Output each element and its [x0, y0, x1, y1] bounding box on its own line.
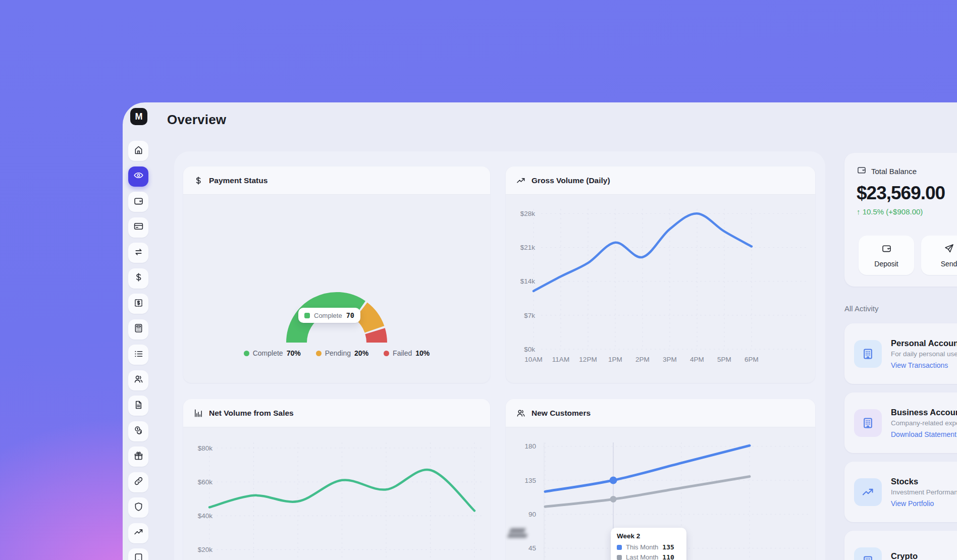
- activity-link[interactable]: Download Statement: [891, 430, 957, 438]
- credit-card-icon: [133, 221, 144, 234]
- all-activity-label: All Activity: [844, 304, 879, 313]
- sidebar-item-calculator[interactable]: [128, 319, 148, 340]
- coins-icon: [133, 425, 144, 437]
- activity-card-stocks[interactable]: Stocks Investment Performance View Portf…: [844, 462, 957, 522]
- payment-status-legend: Complete 70% Pending 20% Failed 10%: [183, 349, 490, 357]
- customers-tooltip-title: Week 2: [617, 532, 680, 540]
- new-customers-card: New Customers 1801359045 Week 2 This Mon…: [506, 399, 815, 560]
- wallet-icon: [881, 243, 892, 256]
- page-title: Overview: [167, 112, 226, 128]
- activity-card-business-account[interactable]: Business Account Company-related expense…: [844, 393, 957, 453]
- activity-subtitle: Investment Performance: [891, 488, 957, 496]
- payment-status-header: Payment Status: [183, 166, 490, 195]
- dollar-icon: [133, 272, 144, 285]
- sidebar-item-users[interactable]: [128, 370, 148, 390]
- sidebar-item-coins[interactable]: [128, 421, 148, 441]
- dashboard-screen: M Overview Payment Status Complete 70% P…: [0, 0, 957, 560]
- sidebar-item-transfer[interactable]: [128, 243, 148, 263]
- svg-text:6PM: 6PM: [745, 356, 759, 363]
- sidebar-item-credit-card[interactable]: [128, 217, 148, 238]
- payment-status-chart: Complete 70% Pending 20% Failed 10% Comp…: [183, 195, 490, 383]
- trending-up-icon: [516, 176, 526, 186]
- sidebar-item-document[interactable]: [128, 396, 148, 416]
- legend-item: Pending 20%: [316, 349, 368, 357]
- sidebar-item-link[interactable]: [128, 472, 148, 492]
- legend-label: Complete: [253, 349, 283, 357]
- users-icon: [133, 374, 144, 386]
- net-volume-line-chart: $80k$60k$40k$20k: [183, 427, 490, 560]
- trending-up-icon: [133, 527, 144, 539]
- new-customers-title: New Customers: [531, 409, 591, 418]
- tablet-icon: [133, 552, 144, 560]
- sidebar-item-shield[interactable]: [128, 497, 148, 518]
- svg-text:10AM: 10AM: [524, 356, 542, 363]
- dollar-icon: [193, 176, 203, 186]
- app-logo[interactable]: M: [130, 108, 147, 125]
- send-button[interactable]: Send: [921, 236, 957, 275]
- sidebar-item-home[interactable]: [128, 141, 148, 161]
- activity-link[interactable]: View Transactions: [891, 361, 957, 369]
- tooltip-swatch: [617, 545, 622, 550]
- tooltip-row: Last Month 110: [617, 553, 680, 560]
- total-balance-label: Total Balance: [871, 167, 917, 176]
- activity-text: Crypto Wallet & Exchange: [891, 551, 948, 560]
- svg-text:180: 180: [524, 442, 536, 450]
- svg-text:$21k: $21k: [520, 244, 536, 251]
- activity-subtitle: Company-related expenses: [891, 419, 957, 427]
- building-icon: [854, 547, 882, 560]
- gauge-tooltip-label: Complete: [314, 312, 342, 319]
- legend-label: Pending: [325, 349, 351, 357]
- link-icon: [133, 476, 144, 488]
- building-icon: [854, 409, 882, 437]
- home-icon: [133, 145, 144, 157]
- total-balance-amount: $23,569.00: [857, 183, 957, 204]
- users-icon: [516, 408, 526, 418]
- svg-text:11AM: 11AM: [552, 356, 569, 363]
- legend-dot: [316, 351, 322, 356]
- activity-link[interactable]: View Portfolio: [891, 499, 957, 508]
- svg-text:12PM: 12PM: [579, 356, 597, 363]
- building-icon: [854, 340, 882, 368]
- sidebar-item-list[interactable]: [128, 345, 148, 365]
- sidebar-item-tablet[interactable]: [128, 548, 148, 560]
- tooltip-label: This Month: [626, 543, 658, 551]
- svg-text:$7k: $7k: [524, 312, 535, 319]
- new-customers-header: New Customers: [506, 399, 815, 427]
- legend-value: 20%: [354, 349, 368, 357]
- app-logo-letter: M: [135, 111, 143, 122]
- activity-title: Crypto: [891, 551, 948, 560]
- gauge-tooltip: Complete 70: [298, 308, 360, 323]
- svg-text:4PM: 4PM: [690, 356, 704, 363]
- gift-icon: [133, 451, 144, 463]
- gauge-tooltip-value: 70: [346, 311, 354, 319]
- net-volume-header: Net Volume from Sales: [183, 399, 490, 427]
- net-volume-card: Net Volume from Sales $80k$60k$40k$20k: [183, 399, 490, 560]
- action-button-label: Send: [941, 260, 957, 268]
- legend-label: Failed: [393, 349, 412, 357]
- tooltip-value: 110: [662, 553, 674, 560]
- cards-panel: Payment Status Complete 70% Pending 20% …: [174, 151, 825, 560]
- svg-text:$28k: $28k: [520, 210, 536, 217]
- document-icon: [133, 400, 144, 412]
- svg-text:$20k: $20k: [198, 546, 213, 553]
- svg-text:2PM: 2PM: [635, 356, 650, 363]
- activity-text: Personal Account For daily personal use …: [891, 339, 957, 369]
- deposit-button[interactable]: Deposit: [859, 236, 914, 275]
- svg-text:3PM: 3PM: [663, 356, 677, 363]
- sidebar-item-trending-up[interactable]: [128, 523, 148, 543]
- sidebar-item-eye[interactable]: [128, 166, 148, 187]
- svg-text:$14k: $14k: [520, 277, 536, 285]
- activity-card-crypto[interactable]: Crypto Wallet & Exchange: [844, 531, 957, 560]
- sidebar-item-invoice[interactable]: [128, 294, 148, 314]
- sidebar-item-gift[interactable]: [128, 446, 148, 467]
- action-button-label: Deposit: [874, 260, 898, 268]
- sidebar-item-wallet[interactable]: [128, 192, 148, 212]
- gross-volume-card: Gross Volume (Daily) $0k$7k$14k$21k$28k1…: [506, 166, 815, 383]
- eye-icon: [133, 170, 144, 183]
- sidebar-item-dollar[interactable]: [128, 268, 148, 289]
- sidebar-nav: [128, 141, 148, 560]
- tooltip-row: This Month 135: [617, 543, 680, 551]
- activity-card-personal-account[interactable]: Personal Account For daily personal use …: [844, 323, 957, 384]
- calculator-icon: [133, 323, 144, 335]
- transfer-icon: [133, 247, 144, 259]
